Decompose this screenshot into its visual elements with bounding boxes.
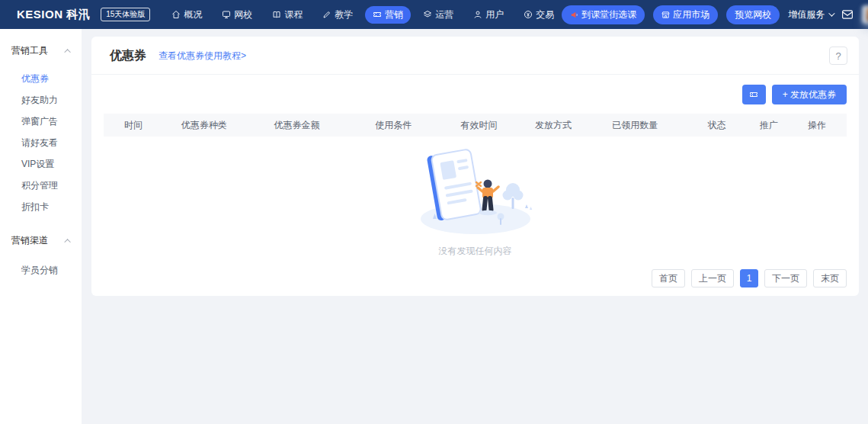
messages-button[interactable] bbox=[841, 9, 854, 20]
column-header-coupon-type: 优惠券种类 bbox=[163, 119, 245, 132]
nav-item-course[interactable]: 课程 bbox=[264, 6, 310, 24]
chevron-up-icon bbox=[64, 49, 70, 55]
column-header-issue-method: 发放方式 bbox=[520, 119, 587, 132]
preview-school-button[interactable]: 预览网校 bbox=[726, 5, 780, 24]
pagination-current-page[interactable]: 1 bbox=[740, 269, 758, 287]
ticket-icon bbox=[373, 10, 382, 19]
home-icon bbox=[171, 10, 181, 19]
sidebar: 营销工具 优惠券 好友助力 弹窗广告 请好友看 VIP设置 积分管理 折扣卡 营… bbox=[0, 29, 82, 424]
sidebar-section-marketing-channels: 营销渠道 学员分销 bbox=[0, 217, 82, 281]
empty-state-text: 没有发现任何内容 bbox=[439, 245, 512, 258]
store-icon bbox=[661, 11, 670, 19]
card-header: 优惠券 查看优惠券使用教程> ? bbox=[91, 37, 859, 74]
megaphone-icon bbox=[570, 11, 578, 19]
sidebar-items: 学员分销 bbox=[0, 259, 82, 281]
empty-state-illustration bbox=[411, 144, 540, 237]
app-logo: KESION 科汛 bbox=[17, 8, 90, 22]
column-header-coupon-amount: 优惠券金额 bbox=[245, 119, 349, 132]
monitor-icon bbox=[222, 10, 231, 19]
column-header-time: 时间 bbox=[104, 119, 163, 132]
pagination-prev-button[interactable]: 上一页 bbox=[691, 269, 734, 287]
nav-item-label: 运营 bbox=[435, 8, 453, 21]
help-button[interactable]: ? bbox=[829, 47, 847, 65]
button-label: 应用市场 bbox=[673, 8, 709, 21]
nav-item-label: 教学 bbox=[335, 8, 353, 21]
sidebar-section-header[interactable]: 营销渠道 bbox=[0, 234, 82, 247]
main-nav-menu: 概况 网校 课程 教学 营销 运营 用户 交易 bbox=[164, 6, 562, 24]
nav-item-marketing[interactable]: 营销 bbox=[365, 6, 411, 24]
column-header-actions: 操作 bbox=[787, 119, 847, 132]
issue-coupon-button[interactable]: + 发放优惠券 bbox=[772, 85, 847, 104]
sidebar-item-popup-ads[interactable]: 弹窗广告 bbox=[0, 111, 82, 132]
column-header-claimed-count: 已领用数量 bbox=[587, 119, 684, 132]
pagination-last-button[interactable]: 末页 bbox=[813, 269, 847, 287]
nav-item-user[interactable]: 用户 bbox=[466, 6, 511, 24]
tutorial-link[interactable]: 查看优惠券使用教程> bbox=[159, 50, 246, 63]
nav-item-label: 网校 bbox=[234, 8, 252, 21]
pencil-icon bbox=[322, 10, 332, 19]
sidebar-item-points[interactable]: 积分管理 bbox=[0, 175, 82, 196]
sidebar-item-student-distribution[interactable]: 学员分销 bbox=[0, 259, 82, 281]
section-title: 营销渠道 bbox=[11, 234, 48, 247]
go-classstreet-button[interactable]: 到课堂街选课 bbox=[562, 5, 645, 24]
page-title: 优惠券 bbox=[110, 48, 146, 64]
nav-item-teaching[interactable]: 教学 bbox=[315, 6, 360, 24]
book-icon bbox=[272, 10, 281, 19]
nav-item-overview[interactable]: 概况 bbox=[164, 6, 210, 24]
menu-label: 增值服务 bbox=[788, 8, 825, 21]
top-navbar: KESION 科汛 15天体验版 概况 网校 课程 教学 营销 运营 用户 bbox=[0, 0, 868, 29]
column-header-use-condition: 使用条件 bbox=[349, 119, 438, 132]
nav-item-trade[interactable]: 交易 bbox=[516, 6, 562, 24]
layers-icon bbox=[423, 10, 432, 19]
sidebar-section-marketing-tools: 营销工具 优惠券 好友助力 弹窗广告 请好友看 VIP设置 积分管理 折扣卡 bbox=[0, 29, 82, 217]
sidebar-section-header[interactable]: 营销工具 bbox=[0, 44, 82, 57]
trial-version-badge: 15天体验版 bbox=[101, 8, 150, 21]
toolbar: + 发放优惠券 bbox=[91, 75, 859, 112]
button-label: 预览网校 bbox=[735, 8, 771, 21]
empty-state: 没有发现任何内容 bbox=[91, 137, 859, 258]
sidebar-item-discount-card[interactable]: 折扣卡 bbox=[0, 196, 82, 217]
pagination: 首页 上一页 1 下一页 末页 bbox=[91, 258, 859, 287]
section-title: 营销工具 bbox=[11, 44, 48, 57]
coupon-icon bbox=[748, 90, 759, 99]
coupon-stats-button[interactable] bbox=[742, 85, 766, 104]
navbar-right-tools: 到课堂街选课 应用市场 预览网校 增值服务 展开« bbox=[562, 5, 868, 24]
app-market-button[interactable]: 应用市场 bbox=[653, 5, 718, 24]
nav-item-label: 概况 bbox=[184, 8, 202, 21]
coupon-card: 优惠券 查看优惠券使用教程> ? + 发放优惠券 时间 优惠券种类 优惠券金额 … bbox=[91, 37, 859, 296]
nav-item-label: 课程 bbox=[284, 8, 303, 21]
user-account-area[interactable] bbox=[862, 5, 868, 24]
nav-item-label: 营销 bbox=[385, 8, 403, 21]
sidebar-item-invite-friends[interactable]: 请好友看 bbox=[0, 132, 82, 153]
person-icon bbox=[473, 10, 482, 19]
column-header-status: 状态 bbox=[684, 119, 751, 132]
sidebar-item-vip-settings[interactable]: VIP设置 bbox=[0, 153, 82, 175]
table-header-row: 时间 优惠券种类 优惠券金额 使用条件 有效时间 发放方式 已领用数量 状态 推… bbox=[104, 114, 847, 137]
column-header-promotion: 推广 bbox=[750, 119, 787, 132]
nav-item-label: 交易 bbox=[536, 8, 554, 21]
chevron-up-icon bbox=[64, 239, 70, 245]
yuan-coin-icon bbox=[524, 10, 533, 19]
nav-item-operation[interactable]: 运营 bbox=[415, 6, 461, 24]
sidebar-item-friend-boost[interactable]: 好友助力 bbox=[0, 89, 82, 111]
column-header-valid-time: 有效时间 bbox=[438, 119, 520, 132]
envelope-icon bbox=[841, 9, 854, 20]
content-area: 优惠券 查看优惠券使用教程> ? + 发放优惠券 时间 优惠券种类 优惠券金额 … bbox=[82, 29, 868, 424]
pagination-next-button[interactable]: 下一页 bbox=[764, 269, 807, 287]
sidebar-item-coupon[interactable]: 优惠券 bbox=[0, 68, 82, 89]
button-label: 到课堂街选课 bbox=[581, 8, 636, 21]
nav-item-label: 用户 bbox=[485, 8, 504, 21]
pagination-first-button[interactable]: 首页 bbox=[652, 269, 685, 287]
chevron-down-icon bbox=[828, 10, 834, 16]
value-added-services-menu[interactable]: 增值服务 bbox=[788, 8, 833, 21]
sidebar-items: 优惠券 好友助力 弹窗广告 请好友看 VIP设置 积分管理 折扣卡 bbox=[0, 68, 82, 217]
nav-item-school[interactable]: 网校 bbox=[214, 6, 260, 24]
